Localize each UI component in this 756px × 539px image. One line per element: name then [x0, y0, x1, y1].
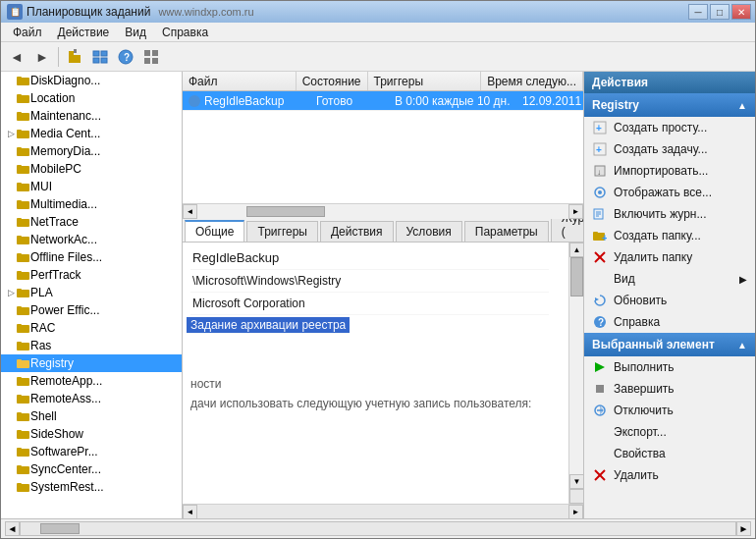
tree-item-softwarepr[interactable]: SoftwarePr...: [1, 443, 182, 460]
tree-item-remoteass[interactable]: RemoteAss...: [1, 390, 182, 407]
tab-conditions[interactable]: Условия: [396, 221, 462, 242]
scroll-right-arrow[interactable]: ►: [568, 204, 583, 219]
chevron-up-icon-2: ▲: [737, 340, 747, 350]
folder-icon: [17, 251, 30, 263]
tab-triggers[interactable]: Триггеры: [246, 221, 318, 242]
scrollbar-track[interactable]: [197, 204, 568, 219]
status-scroll-right[interactable]: ►: [736, 521, 751, 536]
tree-item-multimedia[interactable]: Multimedia...: [1, 195, 182, 213]
menu-help[interactable]: Справка: [154, 24, 216, 41]
col-triggers[interactable]: Триггеры: [368, 72, 482, 90]
back-button[interactable]: ◄: [5, 45, 28, 69]
tree-item-sideshow[interactable]: SideShow: [1, 425, 182, 443]
details-horizontal-scrollbar[interactable]: ◄ ►: [183, 504, 583, 518]
tree-item-mui[interactable]: MUI: [1, 178, 182, 195]
action-import[interactable]: ↓ Импортировать...: [584, 160, 755, 182]
tree-item-nettrace[interactable]: NetTrace: [1, 213, 182, 231]
menu-action[interactable]: Действие: [50, 24, 118, 41]
menu-view[interactable]: Вид: [117, 24, 154, 41]
status-scroll-left[interactable]: ◄: [5, 521, 20, 536]
minimize-button[interactable]: ─: [688, 4, 708, 20]
menu-file[interactable]: Файл: [5, 24, 50, 41]
action-delete-folder[interactable]: Удалить папку: [584, 246, 755, 268]
tree-item-memorydia[interactable]: MemoryDia...: [1, 142, 182, 160]
window-controls: ─ □ ✕: [688, 4, 751, 20]
tree-item-remoteapp[interactable]: RemoteApp...: [1, 372, 182, 390]
scroll-left-arrow[interactable]: ◄: [183, 204, 197, 219]
table-horizontal-scrollbar[interactable]: ◄ ►: [183, 203, 583, 218]
tab-general[interactable]: Общие: [185, 220, 244, 242]
col-nextrun[interactable]: Время следую...: [481, 72, 583, 90]
cell-nextrun: 12.09.2011 0:39:1: [516, 91, 583, 110]
tree-item-pla[interactable]: ▷ PLA: [1, 284, 182, 301]
scroll-down-arrow[interactable]: ▼: [569, 474, 583, 489]
tree-item-maintenance[interactable]: Maintenanc...: [1, 107, 182, 125]
selected-section-header[interactable]: Выбранный элемент ▲: [584, 333, 755, 356]
tree-item-mediacent[interactable]: ▷ Media Cent...: [1, 125, 182, 142]
cell-file: RegIdleBackup: [183, 91, 310, 110]
tab-parameters[interactable]: Параметры: [464, 221, 549, 242]
expand-icon: [5, 481, 17, 493]
tree-item-systemrest[interactable]: SystemRest...: [1, 478, 182, 496]
details-vertical-scrollbar[interactable]: ▲ ▼: [568, 243, 583, 504]
tree-item-shell[interactable]: Shell: [1, 407, 182, 425]
col-file[interactable]: Файл: [183, 72, 297, 90]
action-enable-journal[interactable]: Включить журн...: [584, 203, 755, 225]
tree-item-synccenter[interactable]: SyncCenter...: [1, 460, 182, 478]
selected-actions-list: Выполнить Завершить: [584, 356, 755, 486]
help-button[interactable]: ?: [114, 45, 137, 69]
folder-icon: [17, 269, 30, 281]
action-run[interactable]: Выполнить: [584, 356, 755, 378]
tree-item-registry[interactable]: Registry: [1, 354, 182, 372]
action-create-simple[interactable]: + Создать просту...: [584, 117, 755, 138]
registry-section-header[interactable]: Registry ▲: [584, 93, 755, 117]
tree-item-label: RAC: [30, 321, 55, 335]
action-show-all[interactable]: Отображать все...: [584, 182, 755, 203]
tree-item-label: Shell: [30, 409, 57, 423]
view-button[interactable]: [88, 45, 112, 69]
action-export[interactable]: Экспорт...: [584, 421, 755, 443]
action-create-folder[interactable]: + Создать папку...: [584, 225, 755, 246]
action-delete-task[interactable]: Удалить: [584, 464, 755, 486]
svg-rect-50: [17, 395, 22, 398]
tree-item-ras[interactable]: Ras: [1, 337, 182, 354]
folder-icon: [17, 304, 30, 316]
forward-button[interactable]: ►: [30, 45, 54, 69]
action-disable[interactable]: Отключить: [584, 400, 755, 421]
action-help[interactable]: ? Справка: [584, 311, 755, 333]
svg-rect-74: [593, 232, 598, 235]
action-finish[interactable]: Завершить: [584, 378, 755, 400]
table-row[interactable]: RegIdleBackup Готово В 0:00 каждые 10 дн…: [183, 91, 583, 111]
tree-item-networkac[interactable]: NetworkAc...: [1, 231, 182, 248]
tree-item-powereffic[interactable]: Power Effic...: [1, 301, 182, 319]
status-thumb[interactable]: [40, 523, 80, 534]
up-button[interactable]: [63, 45, 86, 69]
task-status-icon: [189, 95, 200, 107]
tree-item-location[interactable]: Location: [1, 89, 182, 107]
tree-item-offlinefiles[interactable]: Offline Files...: [1, 248, 182, 266]
tree-item-mobilepc[interactable]: MobilePC: [1, 160, 182, 178]
toolbar-separator-1: [58, 47, 59, 67]
svg-rect-5: [93, 58, 99, 63]
action-create-task[interactable]: + Создать задачу...: [584, 138, 755, 160]
grid-button[interactable]: [139, 45, 163, 69]
tab-actions[interactable]: Действия: [320, 221, 394, 242]
details-h-track[interactable]: [197, 505, 568, 519]
tab-journal[interactable]: Журнал (: [551, 219, 583, 242]
details-scroll-right[interactable]: ►: [568, 505, 583, 519]
tree-item-perftrack[interactable]: PerfTrack: [1, 266, 182, 284]
tree-item-diskdiagno[interactable]: DiskDiagno...: [1, 72, 182, 89]
scrollbar-thumb-vertical[interactable]: [570, 257, 583, 296]
action-refresh[interactable]: Обновить: [584, 290, 755, 311]
tree-item-rac[interactable]: RAC: [1, 319, 182, 337]
action-view[interactable]: Вид ▶: [584, 268, 755, 290]
details-scroll-left[interactable]: ◄: [183, 505, 197, 519]
status-track[interactable]: [20, 521, 736, 536]
scroll-up-arrow[interactable]: ▲: [569, 243, 583, 257]
scrollbar-thumb[interactable]: [246, 206, 325, 217]
maximize-button[interactable]: □: [710, 4, 729, 20]
action-properties[interactable]: Свойства: [584, 443, 755, 464]
tree-item-label: DiskDiagno...: [30, 74, 100, 87]
close-button[interactable]: ✕: [731, 4, 751, 20]
col-status[interactable]: Состояние: [297, 72, 368, 90]
